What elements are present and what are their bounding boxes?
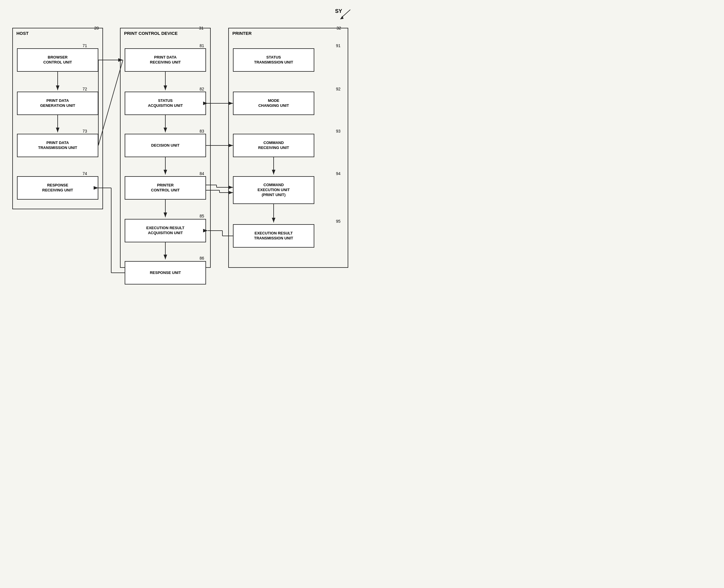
ref-81: 81 xyxy=(199,43,204,48)
status-transmission-unit: STATUS TRANSMISSION UNIT xyxy=(233,48,314,72)
printer-ref: 32 xyxy=(337,26,341,30)
ref-73: 73 xyxy=(83,129,87,133)
ref-82: 82 xyxy=(199,87,204,91)
ref-92: 92 xyxy=(336,87,341,91)
print-data-receiving-unit: PRINT DATA RECEIVING UNIT xyxy=(125,48,206,72)
command-receiving-unit: COMMAND RECEIVING UNIT xyxy=(233,134,314,157)
printer-label: PRINTER xyxy=(232,31,252,36)
decision-unit: DECISION UNIT xyxy=(125,134,206,157)
ref-95: 95 xyxy=(336,219,341,224)
execution-result-acquisition-unit: EXECUTION RESULT ACQUISITION UNIT xyxy=(125,219,206,242)
ref-83: 83 xyxy=(199,129,204,133)
print-data-generation-unit: PRINT DATA GENERATION UNIT xyxy=(17,91,98,115)
ref-74: 74 xyxy=(83,171,87,176)
response-unit: RESPONSE UNIT xyxy=(125,261,206,285)
ref-86: 86 xyxy=(199,256,204,260)
diagram-container: SY HOST 20 PRINT CONTROL DEVICE 31 PRINT… xyxy=(0,0,362,294)
execution-result-transmission-unit: EXECUTION RESULT TRANSMISSION UNIT xyxy=(233,224,314,248)
status-acquisition-unit: STATUS ACQUISITION UNIT xyxy=(125,91,206,115)
host-label: HOST xyxy=(16,31,29,36)
command-execution-unit: COMMAND EXECUTION UNIT (PRINT UNIT) xyxy=(233,176,314,204)
mode-changing-unit: MODE CHANGING UNIT xyxy=(233,91,314,115)
response-receiving-unit: RESPONSE RECEIVING UNIT xyxy=(17,176,98,200)
browser-control-unit: BROWSER CONTROL UNIT xyxy=(17,48,98,72)
print-control-label: PRINT CONTROL DEVICE xyxy=(124,31,178,36)
ref-84: 84 xyxy=(199,171,204,176)
ref-72: 72 xyxy=(83,87,87,91)
host-ref: 20 xyxy=(94,26,99,30)
printer-control-unit: PRINTER CONTROL UNIT xyxy=(125,176,206,200)
ref-93: 93 xyxy=(336,129,341,133)
ref-71: 71 xyxy=(83,43,87,48)
ref-94: 94 xyxy=(336,171,341,176)
print-data-transmission-unit: PRINT DATA TRANSMISSION UNIT xyxy=(17,134,98,157)
ref-91: 91 xyxy=(336,43,341,48)
sy-arrow xyxy=(337,8,353,20)
print-control-ref: 31 xyxy=(199,26,204,30)
svg-line-0 xyxy=(342,10,350,18)
ref-85: 85 xyxy=(199,214,204,218)
